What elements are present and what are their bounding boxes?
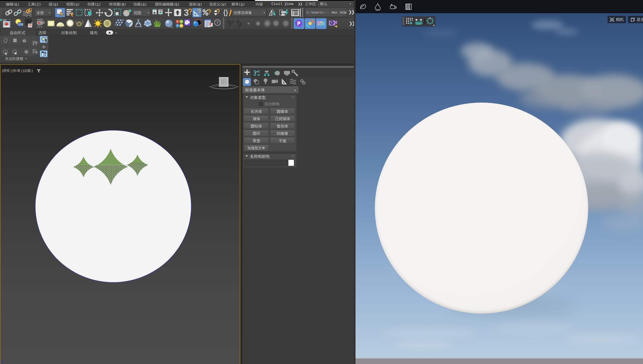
svg-text:?: ?	[216, 21, 219, 25]
